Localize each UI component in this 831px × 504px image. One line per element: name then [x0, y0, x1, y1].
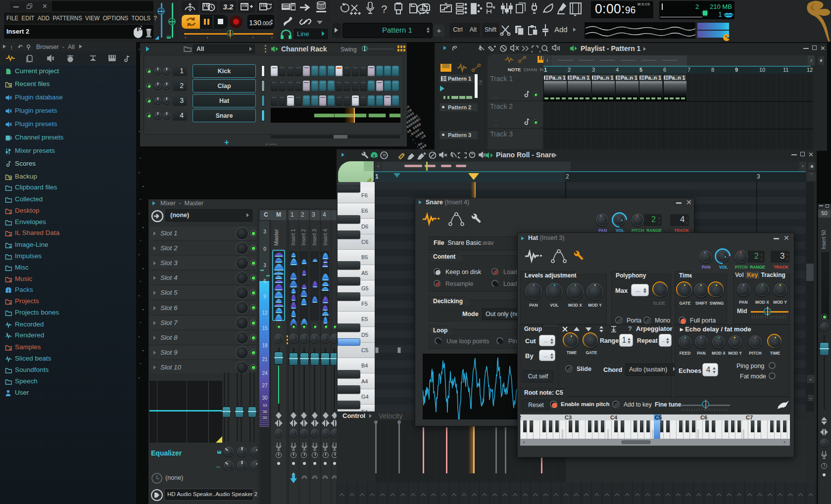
svg-text:?: ?: [381, 3, 387, 15]
